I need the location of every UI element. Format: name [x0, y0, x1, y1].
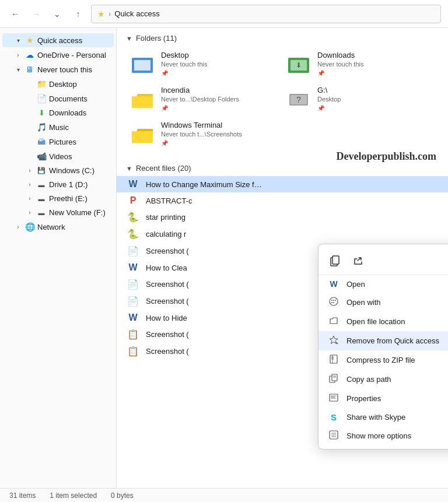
svg-point-14 [330, 297, 338, 306]
downloads-folder-pin: 📌 [317, 70, 363, 76]
file-name-abstract-pdf: ABSTRACT-c [146, 196, 192, 205]
sidebar-item-never-touch[interactable]: ▾ 🖥 Never touch this [2, 62, 114, 76]
context-item-share-skype[interactable]: S Share with Skype [318, 408, 448, 426]
context-item-compress-zip[interactable]: Compress to ZIP file [318, 350, 448, 370]
svg-rect-13 [332, 256, 339, 264]
expand-icon-quick-access: ▾ [14, 37, 22, 44]
context-item-open-file-location[interactable]: Open file location [318, 312, 448, 331]
downloads-folder-path: Never touch this [317, 61, 363, 68]
sidebar-item-drive-d[interactable]: › ▬ Drive 1 (D:) [2, 178, 114, 191]
file-item-star-printing[interactable]: 🐍 star printing [117, 209, 448, 226]
desktop-folder-path: Never touch this [161, 61, 207, 68]
expand-icon-never-touch: ▾ [14, 66, 22, 73]
svg-rect-3 [134, 60, 150, 71]
file-item-abstract-pdf[interactable]: P ABSTRACT-c [117, 192, 448, 209]
file-name-how-to-hide: How to Hide [146, 314, 187, 322]
sidebar-label-music: Music [49, 123, 69, 132]
svg-rect-11 [132, 131, 153, 143]
desktop-folder-icon: 📁 [36, 79, 47, 89]
sidebar-label-never-touch: Never touch this [37, 65, 92, 74]
svg-point-15 [331, 300, 332, 301]
doc-file-icon-3: 📄 [126, 296, 140, 307]
windows-terminal-folder-name: Windows Terminal [161, 121, 242, 129]
sidebar-label-pictures: Pictures [49, 138, 76, 146]
context-item-remove-quick-access[interactable]: Remove from Quick access [318, 331, 448, 350]
sidebar-label-drive-d: Drive 1 (D:) [49, 180, 88, 189]
context-copy-as-path-label: Copy as path [346, 375, 448, 384]
sidebar-label-videos: Videos [49, 152, 72, 161]
file-item-calculating-r[interactable]: 🐍 calculating r [117, 226, 448, 243]
sidebar-item-music[interactable]: 🎵 Music [2, 120, 114, 134]
incendia-folder-icon [131, 87, 154, 110]
windows-terminal-folder-pin: 📌 [161, 140, 242, 146]
context-item-copy-as-path[interactable]: Copy as path [318, 370, 448, 389]
watermark: Developerpublish.com [336, 150, 436, 163]
downloads-folder-icon: ⬇ [287, 52, 310, 75]
address-star-icon: ★ [97, 9, 105, 19]
share-skype-icon: S [328, 412, 340, 422]
sidebar-item-pictures[interactable]: 🏔 Pictures [2, 135, 114, 149]
pictures-icon: 🏔 [36, 137, 47, 146]
folders-section-header[interactable]: ▼ Folders (11) [117, 28, 448, 46]
folder-item-g-drive[interactable]: ? G:\ Desktop 📌 [282, 81, 439, 116]
file-item-recycle-bin-doc[interactable]: W How to Change Maximum Size for Recycle… [117, 176, 448, 192]
incendia-folder-path: Never to...\Desktop Folders [161, 96, 239, 103]
file-name-recycle-bin-doc: How to Change Maximum Size for Recycle B… [146, 180, 262, 189]
context-open-with-label: Open with [346, 298, 448, 307]
navigation-bar: ← → ⌄ ↑ ★ › Quick access [0, 0, 448, 28]
onedrive-icon: ☁ [24, 50, 35, 59]
back-button[interactable]: ← [7, 6, 23, 22]
context-item-show-more-options[interactable]: Show more options Shift+F10 [318, 426, 448, 445]
folder-item-desktop[interactable]: Desktop Never touch this 📌 [126, 46, 282, 81]
windows-terminal-folder-icon [131, 122, 154, 145]
sidebar-item-windows-c[interactable]: › 💾 Windows (C:) [2, 164, 114, 177]
folder-item-downloads[interactable]: ⬇ Downloads Never touch this 📌 [282, 46, 439, 81]
sidebar-item-videos[interactable]: 📹 Videos [2, 149, 114, 163]
svg-point-19 [333, 302, 334, 303]
expand-icon-drive-d: › [26, 181, 34, 188]
sidebar-item-downloads[interactable]: ⬇ Downloads [2, 106, 114, 120]
status-selection: 1 item selected [50, 492, 97, 500]
sidebar-label-documents: Documents [49, 94, 88, 103]
sidebar-item-documents[interactable]: 📄 Documents [2, 92, 114, 106]
up-button[interactable]: ↑ [70, 6, 86, 22]
sidebar-item-desktop[interactable]: 📁 Desktop [2, 77, 114, 91]
folders-section-label: Folders (11) [136, 34, 177, 43]
svg-text:?: ? [296, 95, 301, 104]
sidebar-item-network[interactable]: › 🌐 Network [2, 220, 114, 234]
word-file-icon: W [126, 179, 140, 189]
recent-section-label: Recent files (20) [136, 164, 191, 173]
file-name-star-printing: star printing [146, 213, 186, 222]
sidebar-item-new-volume-f[interactable]: › ▬ New Volume (F:) [2, 206, 114, 219]
context-open-label: Open [346, 280, 448, 289]
compress-zip-icon [328, 354, 340, 366]
windows-c-icon: 💾 [36, 167, 47, 174]
context-share-skype-label: Share with Skype [346, 413, 448, 422]
downloads-folder-name: Downloads [317, 51, 363, 59]
desktop-folder-info: Desktop Never touch this 📌 [161, 51, 207, 76]
folder-item-incendia[interactable]: Incendia Never to...\Desktop Folders 📌 [126, 81, 282, 116]
context-item-properties[interactable]: Properties Alt+Enter [318, 389, 448, 408]
forward-button[interactable]: → [28, 6, 44, 22]
sidebar-item-onedrive[interactable]: › ☁ OneDrive - Personal [2, 48, 114, 62]
context-share-button[interactable] [349, 251, 368, 270]
main-layout: ▾ ★ Quick access › ☁ OneDrive - Personal… [0, 28, 448, 488]
word-file-icon-3: W [126, 313, 140, 323]
context-copy-path-button[interactable] [326, 251, 344, 270]
context-item-open-with[interactable]: Open with › [318, 293, 448, 312]
context-item-open[interactable]: W Open Enter [318, 275, 448, 293]
content-area: ▼ Folders (11) Desktop Never touch this [117, 28, 448, 488]
sidebar-item-preethi-e[interactable]: › ▬ Preethi (E:) [2, 192, 114, 205]
file-name-screenshot-3: Screenshot ( [146, 297, 189, 306]
recent-button[interactable]: ⌄ [49, 6, 65, 22]
context-menu: W Open Enter Open with › [318, 244, 448, 450]
address-bar[interactable]: ★ › Quick access [91, 5, 441, 23]
properties-icon [328, 393, 340, 404]
context-open-file-location-label: Open file location [346, 317, 448, 326]
svg-rect-30 [330, 394, 338, 401]
expand-icon-onedrive: › [14, 52, 22, 58]
folder-item-windows-terminal[interactable]: Windows Terminal Never touch t...\Screen… [126, 116, 282, 151]
sidebar-item-quick-access[interactable]: ▾ ★ Quick access [2, 33, 114, 47]
address-separator: › [108, 9, 111, 18]
sidebar-label-new-volume-f: New Volume (F:) [49, 208, 106, 217]
